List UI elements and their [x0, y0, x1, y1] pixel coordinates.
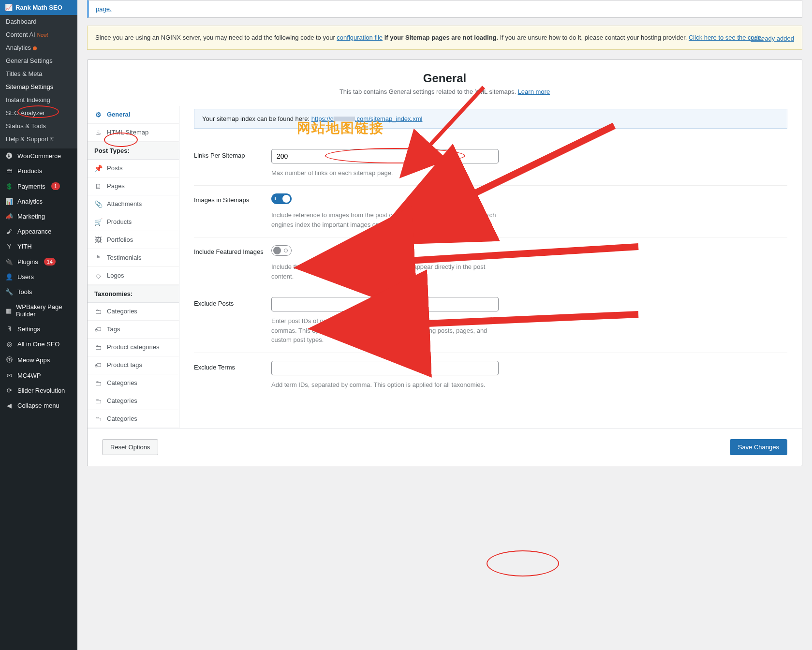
tab-tags[interactable]: 🏷Tags — [88, 321, 179, 339]
sidebar-item-sitemap-settings[interactable]: Sitemap Settings — [0, 80, 77, 93]
include-featured-images-toggle[interactable] — [271, 245, 292, 256]
sidebar-item-label: Marketing — [17, 213, 45, 220]
box-icon: 🗃 — [5, 167, 14, 175]
images-in-sitemaps-toggle[interactable] — [271, 193, 292, 204]
tab-label: Logos — [107, 272, 124, 279]
refresh-icon: ⟳ — [5, 387, 14, 394]
tab-general[interactable]: ⚙General — [88, 106, 179, 124]
sidebar-item-meow-apps[interactable]: ⓜMeow Apps — [0, 352, 77, 368]
field-label: Include Featured Images — [194, 245, 271, 281]
tab-attachments[interactable]: 📎Attachments — [88, 195, 179, 213]
sidebar-item-dashboard[interactable]: Dashboard — [0, 15, 77, 28]
configuration-file-link[interactable]: configuration file — [337, 34, 383, 41]
tab-label: Testimonials — [107, 254, 142, 261]
tab-product-tags[interactable]: 🏷Product tags — [88, 356, 179, 374]
sidebar-item-products[interactable]: 🗃Products — [0, 163, 77, 178]
sidebar-item-label: Slider Revolution — [17, 387, 65, 394]
sidebar-item-titles-meta[interactable]: Titles & Meta — [0, 67, 77, 80]
tab-product-categories[interactable]: 🗀Product categories — [88, 339, 179, 356]
sidebar-item-yith[interactable]: YYITH — [0, 239, 77, 254]
links-per-sitemap-input[interactable] — [271, 149, 499, 163]
sidebar-item-label: Analytics — [6, 44, 31, 51]
sidebar-item-content-ai[interactable]: Content AINew! — [0, 28, 77, 41]
sidebar-item-appearance[interactable]: 🖌Appearance — [0, 224, 77, 239]
sliders-icon: 🎚 — [5, 325, 14, 333]
sitemap-index-link[interactable]: https://d.com/sitemap_index.xml — [311, 115, 423, 122]
sidebar-item-label: Payments — [17, 183, 45, 190]
tab-label: Posts — [107, 164, 123, 172]
sidebar-item-tools[interactable]: 🔧Tools — [0, 284, 77, 299]
tag-icon: 🏷 — [94, 361, 102, 369]
sidebar-item-general-settings[interactable]: General Settings — [0, 54, 77, 67]
field-images-in-sitemaps: Images in Sitemaps Include reference to … — [194, 186, 787, 237]
sidebar-item-label: Collapse menu — [17, 402, 59, 409]
tab-products[interactable]: 🛒Products — [88, 213, 179, 231]
sidebar-item-mc4wp[interactable]: ✉MC4WP — [0, 368, 77, 383]
field-label: Exclude Terms — [194, 361, 271, 390]
sidebar-item-label: Status & Tools — [6, 122, 46, 130]
exclude-posts-input[interactable] — [271, 297, 499, 311]
tab-label: General — [107, 111, 130, 118]
sidebar-item-label: Instant Indexing — [6, 96, 50, 103]
panel-body: ⚙General ♨HTML Sitemap Post Types: 📌Post… — [88, 106, 802, 428]
alert-dot-icon — [33, 46, 37, 50]
top-notice-link[interactable]: page. — [96, 5, 112, 13]
sidebar-item-plugins[interactable]: 🔌Plugins14 — [0, 254, 77, 269]
tab-categories[interactable]: 🗀Categories — [88, 303, 179, 321]
sidebar-item-label: Tools — [17, 288, 32, 295]
count-badge: 1 — [51, 182, 60, 190]
sidebar-item-seo-analyzer[interactable]: SEO Analyzer — [0, 106, 77, 119]
plug-icon: 🔌 — [5, 258, 14, 266]
woo-icon: 🅦 — [5, 152, 14, 160]
sidebar-item-label: WooCommerce — [17, 152, 61, 160]
save-changes-button[interactable]: Save Changes — [730, 439, 787, 455]
sidebar-item-label: Plugins — [17, 258, 38, 266]
tab-html-sitemap[interactable]: ♨HTML Sitemap — [88, 124, 179, 142]
learn-more-link[interactable]: Learn more — [518, 88, 550, 95]
tab-label: Attachments — [107, 200, 142, 207]
sidebar-item-settings[interactable]: 🎚Settings — [0, 322, 77, 337]
portfolio-icon: 🖼 — [94, 236, 102, 244]
sidebar-item-instant-indexing[interactable]: Instant Indexing — [0, 93, 77, 106]
tab-label: Categories — [107, 397, 137, 404]
sidebar-item-analytics-main[interactable]: 📊Analytics — [0, 194, 77, 209]
gear-icon: ⚙ — [94, 111, 102, 118]
sidebar-item-users[interactable]: 👤Users — [0, 269, 77, 284]
page-icon: 🗎 — [94, 182, 102, 190]
sidebar-item-label: All in One SEO — [17, 340, 59, 348]
sidebar-item-analytics[interactable]: Analytics — [0, 41, 77, 54]
tab-pages[interactable]: 🗎Pages — [88, 177, 179, 195]
tab-categories-2[interactable]: 🗀Categories — [88, 374, 179, 392]
sidebar-item-help-support[interactable]: Help & Support⇱ — [0, 133, 77, 146]
tab-portfolios[interactable]: 🖼Portfolios — [88, 231, 179, 249]
field-help: Add term IDs, separated by comma. This o… — [271, 380, 503, 390]
sidebar-item-collapse[interactable]: ◀Collapse menu — [0, 398, 77, 413]
sidebar-item-slider-revolution[interactable]: ⟳Slider Revolution — [0, 383, 77, 398]
sidebar-item-status-tools[interactable]: Status & Tools — [0, 119, 77, 133]
already-added-link[interactable]: I already added — [751, 34, 794, 44]
tab-categories-4[interactable]: 🗀Categories — [88, 410, 179, 428]
aio-icon: ◎ — [5, 340, 14, 348]
sidebar-plugin-header[interactable]: 📈 Rank Math SEO — [0, 0, 77, 15]
actions-row: Reset Options Save Changes — [88, 428, 802, 466]
reset-options-button[interactable]: Reset Options — [102, 439, 158, 455]
sidebar-item-all-in-one-seo[interactable]: ◎All in One SEO — [0, 337, 77, 352]
tab-testimonials[interactable]: ❝Testimonials — [88, 249, 179, 267]
sidebar-item-wpbakery[interactable]: ▦WPBakery Page Builder — [0, 299, 77, 322]
wp-admin-sidebar: 📈 Rank Math SEO Dashboard Content AINew!… — [0, 0, 77, 486]
sidebar-item-payments[interactable]: 💲Payments1 — [0, 178, 77, 194]
sidebar-item-marketing[interactable]: 📣Marketing — [0, 209, 77, 224]
sidebar-item-woocommerce[interactable]: 🅦WooCommerce — [0, 148, 77, 163]
content-wrap: page. Since you are using an NGINX serve… — [77, 0, 812, 486]
field-exclude-terms: Exclude Terms Add term IDs, separated by… — [194, 353, 787, 398]
wrench-icon: 🔧 — [5, 288, 14, 295]
sidebar-item-label: Products — [17, 167, 42, 175]
sidebar-item-label: Content AI — [6, 31, 35, 38]
field-include-featured-images: Include Featured Images Include the Feat… — [194, 237, 787, 289]
tab-logos[interactable]: ◇Logos — [88, 267, 179, 285]
tab-posts[interactable]: 📌Posts — [88, 160, 179, 177]
exclude-terms-input[interactable] — [271, 361, 499, 375]
settings-panel: General This tab contains General settin… — [87, 59, 802, 466]
sidebar-item-label: SEO Analyzer — [6, 109, 45, 117]
tab-categories-3[interactable]: 🗀Categories — [88, 392, 179, 410]
